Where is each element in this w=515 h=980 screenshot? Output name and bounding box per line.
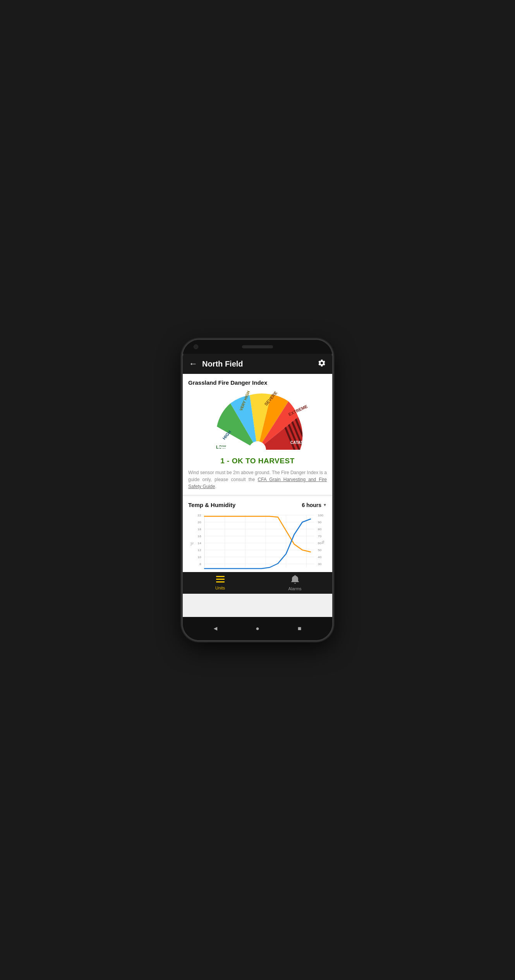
- svg-rect-47: [216, 579, 225, 580]
- notch-area: [183, 340, 332, 354]
- time-selector[interactable]: 6 hours ▼: [302, 502, 327, 508]
- svg-rect-48: [216, 581, 225, 583]
- nav-item-units[interactable]: Units: [183, 572, 258, 594]
- chart-area: °C 22 20 18 16 14 12 10 8 100 90 80 70: [188, 511, 327, 573]
- nav-item-alarms[interactable]: Alarms: [258, 572, 332, 594]
- svg-text:14: 14: [197, 541, 201, 545]
- android-nav-bar: ◄ ● ■: [183, 617, 332, 640]
- svg-text:70: 70: [318, 535, 322, 538]
- svg-point-13: [254, 447, 261, 453]
- svg-text:18: 18: [197, 528, 201, 531]
- back-button[interactable]: ←: [189, 359, 197, 369]
- svg-text:50: 50: [318, 548, 322, 552]
- header: ← North Field: [183, 354, 332, 374]
- fire-danger-gauge: HIGH VERY HIGH SEVERE EXTREME CATASTROPH…: [196, 390, 319, 454]
- temp-humidity-card: Temp & Humidity 6 hours ▼: [183, 496, 332, 578]
- svg-text:20: 20: [197, 521, 201, 524]
- android-back-button[interactable]: ◄: [211, 624, 220, 633]
- svg-text:30: 30: [318, 562, 322, 566]
- front-camera: [194, 344, 198, 349]
- screen: ← North Field Grassland Fire Danger Inde…: [183, 354, 332, 617]
- gear-icon: [318, 359, 326, 367]
- fire-danger-title: Grassland Fire Danger Index: [188, 379, 327, 386]
- temp-humidity-chart: °C 22 20 18 16 14 12 10 8 100 90 80 70: [188, 511, 327, 573]
- alarms-label: Alarms: [288, 586, 301, 591]
- bottom-nav: Units Alarms: [183, 572, 332, 594]
- svg-rect-46: [216, 576, 225, 577]
- svg-text:8: 8: [199, 562, 201, 566]
- phone-frame: ← North Field Grassland Fire Danger Inde…: [182, 339, 333, 641]
- svg-text:22: 22: [197, 514, 201, 517]
- android-recents-button[interactable]: ■: [295, 624, 304, 633]
- android-home-button[interactable]: ●: [253, 624, 262, 633]
- svg-text:40: 40: [318, 555, 322, 559]
- fire-description: Wind sensor must be 2m above ground. The…: [188, 469, 327, 490]
- svg-text:100: 100: [318, 514, 323, 517]
- chart-header: Temp & Humidity 6 hours ▼: [188, 502, 327, 508]
- chart-title: Temp & Humidity: [188, 502, 235, 508]
- svg-text:10: 10: [197, 555, 201, 559]
- svg-text:%: %: [321, 541, 325, 544]
- speaker: [242, 345, 273, 348]
- svg-text:80: 80: [318, 528, 322, 531]
- units-label: Units: [215, 586, 225, 590]
- alarms-icon: [291, 575, 299, 586]
- page-title: North Field: [202, 360, 318, 368]
- svg-text:CATASTROPHIC: CATASTROPHIC: [290, 440, 319, 445]
- svg-text:12: 12: [197, 548, 201, 552]
- svg-text:16: 16: [197, 535, 201, 538]
- fire-status: 1 - OK TO HARVEST: [188, 457, 327, 465]
- gauge-container: HIGH VERY HIGH SEVERE EXTREME CATASTROPH…: [188, 390, 327, 454]
- settings-button[interactable]: [318, 359, 326, 369]
- units-icon: [216, 576, 225, 585]
- svg-text:90: 90: [318, 521, 322, 524]
- svg-text:°C: °C: [190, 542, 194, 546]
- fire-danger-card: Grassland Fire Danger Index: [183, 374, 332, 495]
- dropdown-arrow: ▼: [323, 503, 327, 507]
